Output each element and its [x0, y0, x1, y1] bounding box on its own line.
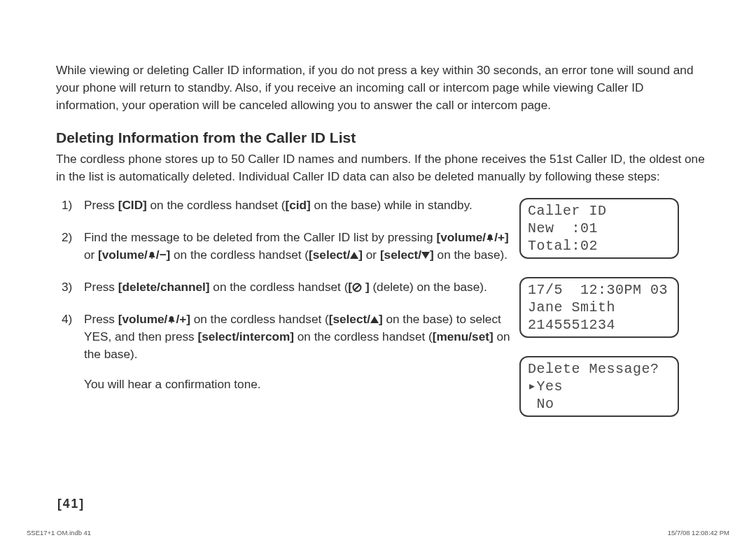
bell-icon	[167, 315, 176, 324]
lcd3-line2: ▸Yes	[528, 378, 671, 395]
footer-filename: SSE17+1 OM.indb 41	[27, 529, 91, 537]
delete-slash-icon	[352, 283, 362, 292]
bell-icon	[486, 234, 494, 242]
section-description: The cordless phone stores up to 50 Calle…	[56, 150, 706, 185]
confirmation-note: You will hear a confirmation tone.	[84, 377, 261, 391]
step-1: Press [CID] on the cordless handset ([ci…	[84, 197, 511, 214]
triangle-down-icon	[421, 252, 430, 259]
lcd2-line2: Jane Smith	[528, 299, 671, 316]
bell-icon	[148, 251, 156, 260]
lcd3-line1: Delete Message?	[528, 360, 671, 378]
lcd2-line1: 17/5 12:30PM 03	[528, 281, 671, 299]
lcd3-line3: No	[528, 395, 671, 413]
lcd1-line3: Total:02	[528, 237, 671, 255]
svg-line-1	[354, 285, 360, 290]
intro-paragraph: While viewing or deleting Caller ID info…	[56, 62, 706, 114]
step-4: Press [volume//+] on the cordless handse…	[84, 311, 511, 393]
lcd-delete-prompt: Delete Message? ▸Yes No	[519, 356, 679, 417]
lcd-caller-id-summary: Caller ID New :01 Total:02	[519, 198, 679, 259]
lcd2-line3: 2145551234	[528, 316, 671, 334]
lcd1-line2: New :01	[528, 220, 671, 237]
footer-timestamp: 15/7/08 12:08:42 PM	[668, 529, 729, 537]
step-3: Press [delete/channel] on the cordless h…	[84, 278, 511, 296]
triangle-up-icon	[350, 252, 358, 259]
section-heading: Deleting Information from the Caller ID …	[56, 129, 706, 146]
triangle-up-icon	[370, 316, 379, 323]
step-2: Find the message to be deleted from the …	[84, 229, 511, 264]
lcd-caller-id-entry: 17/5 12:30PM 03 Jane Smith 2145551234	[519, 277, 679, 338]
page-number: [41]	[57, 497, 85, 511]
lcd1-line1: Caller ID	[528, 202, 671, 220]
